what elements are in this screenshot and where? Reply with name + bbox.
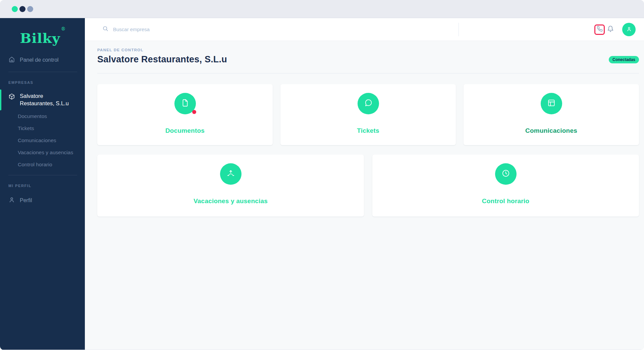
phone-button[interactable]	[594, 24, 605, 35]
sidebar-divider	[8, 175, 77, 175]
window-control-gray[interactable]	[27, 6, 33, 12]
card-documentos[interactable]: Documentos	[97, 84, 273, 145]
content-area: PANEL DE CONTROL Salvatore Restaurantes,…	[85, 41, 644, 350]
sidebar-subitem-vacaciones[interactable]: Vacaciones y ausencias	[18, 147, 85, 159]
sidebar-section-mi-perfil: MI PERFIL	[8, 184, 85, 188]
active-indicator	[0, 90, 1, 110]
card-control-horario[interactable]: Control horario	[372, 155, 639, 217]
company-sub-menu: Documentos Tickets Comunicaciones Vacaci…	[0, 110, 85, 171]
card-icon-circle	[220, 163, 241, 185]
sidebar-item-company[interactable]: Salvatore Restaurantes, S.L.u	[0, 92, 85, 107]
app-window: Bilky® Panel de control EMPRESAS Salvato…	[0, 0, 644, 350]
sidebar-item-label: Perfil	[20, 197, 32, 203]
sidebar-divider	[8, 72, 77, 72]
title-divider	[97, 73, 639, 73]
sunrise-icon	[226, 169, 235, 179]
clock-icon	[501, 169, 510, 179]
sidebar-item-label: Panel de control	[20, 57, 59, 63]
breadcrumb: PANEL DE CONTROL	[97, 48, 639, 52]
home-icon	[8, 56, 15, 64]
window-chrome	[0, 0, 644, 18]
sidebar-subitem-tickets[interactable]: Tickets	[18, 122, 85, 134]
cards-row-2: Vacaciones y ausencias Control horario	[97, 155, 639, 217]
bell-icon	[607, 25, 614, 34]
window-control-green[interactable]	[12, 6, 18, 12]
sidebar-item-panel-de-control[interactable]: Panel de control	[0, 56, 85, 64]
card-label: Documentos	[165, 127, 205, 134]
card-tickets[interactable]: Tickets	[280, 84, 456, 145]
sidebar-item-perfil[interactable]: Perfil	[0, 196, 85, 205]
window-control-navy[interactable]	[19, 6, 25, 12]
card-icon-circle	[495, 163, 517, 185]
phone-icon	[597, 26, 603, 33]
logo-text: Bilky	[20, 30, 60, 46]
status-badge: Conectadas	[609, 56, 639, 63]
registered-mark-icon: ®	[61, 26, 66, 32]
card-comunicaciones[interactable]: Comunicaciones	[464, 84, 639, 145]
sidebar-subitem-documentos[interactable]: Documentos	[18, 110, 85, 122]
top-header	[85, 18, 644, 41]
avatar-user-icon	[626, 26, 632, 33]
notification-dot	[192, 110, 196, 114]
cube-icon	[8, 92, 15, 102]
logo[interactable]: Bilky®	[0, 18, 85, 46]
cards-row-1: Documentos Tickets	[97, 84, 639, 145]
header-divider	[459, 23, 459, 36]
card-icon-circle	[358, 93, 379, 114]
sidebar-subitem-comunicaciones[interactable]: Comunicaciones	[18, 134, 85, 147]
notifications-button[interactable]	[607, 25, 614, 34]
card-label: Vacaciones y ausencias	[194, 197, 268, 205]
chat-icon	[364, 99, 373, 109]
sidebar-item-label: Salvatore Restaurantes, S.L.u	[20, 92, 73, 107]
layout-icon	[547, 99, 556, 109]
profile-avatar[interactable]	[622, 23, 636, 36]
card-label: Tickets	[357, 127, 379, 134]
sidebar-section-empresas: EMPRESAS	[8, 80, 85, 84]
card-vacaciones[interactable]: Vacaciones y ausencias	[97, 155, 364, 217]
search-icon	[102, 25, 109, 33]
card-icon-circle	[174, 93, 196, 114]
search-bar	[102, 25, 254, 33]
user-icon	[8, 196, 15, 205]
card-label: Comunicaciones	[525, 127, 577, 134]
sidebar-subitem-control-horario[interactable]: Control horario	[18, 159, 85, 171]
sidebar: Bilky® Panel de control EMPRESAS Salvato…	[0, 18, 85, 350]
page-title: Salvatore Restaurantes, S.L.u	[97, 54, 227, 65]
card-label: Control horario	[482, 197, 529, 205]
header-actions	[594, 18, 636, 41]
card-icon-circle	[541, 93, 562, 114]
document-icon	[181, 99, 190, 109]
search-input[interactable]	[113, 26, 254, 32]
